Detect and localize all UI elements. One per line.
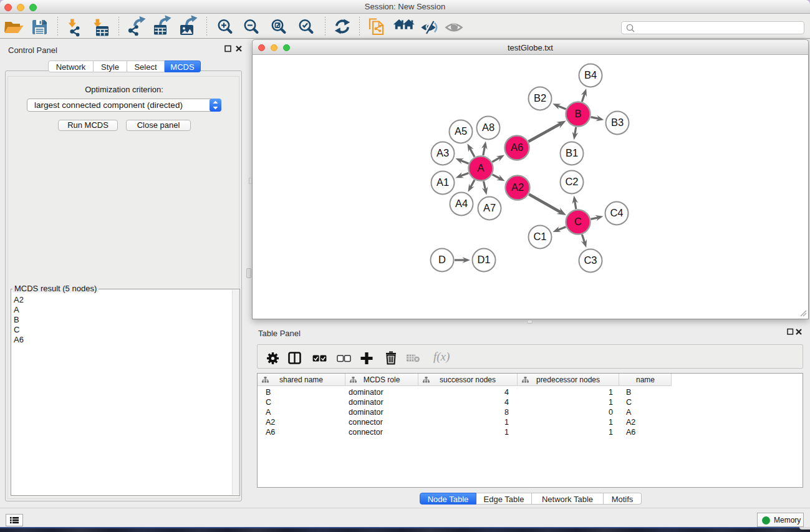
svg-text:B3: B3: [611, 117, 624, 128]
svg-text:B2: B2: [534, 92, 546, 104]
svg-text:A7: A7: [483, 202, 496, 213]
svg-text:B: B: [574, 108, 581, 119]
svg-text:C2: C2: [565, 176, 578, 187]
svg-text:B1: B1: [566, 147, 578, 158]
svg-text:A8: A8: [482, 122, 494, 133]
svg-text:A: A: [477, 162, 484, 173]
svg-text:D1: D1: [477, 254, 490, 265]
svg-text:C3: C3: [584, 254, 597, 266]
svg-text:B4: B4: [584, 69, 597, 80]
svg-text:C4: C4: [610, 207, 623, 218]
svg-text:C1: C1: [533, 231, 546, 242]
svg-text:D: D: [438, 254, 446, 265]
svg-text:A1: A1: [436, 177, 449, 188]
svg-text:A2: A2: [511, 181, 524, 193]
svg-text:A4: A4: [455, 198, 468, 209]
svg-text:A6: A6: [511, 142, 523, 153]
svg-text:A3: A3: [436, 147, 449, 158]
svg-text:C: C: [574, 216, 582, 227]
svg-text:A5: A5: [455, 125, 467, 137]
